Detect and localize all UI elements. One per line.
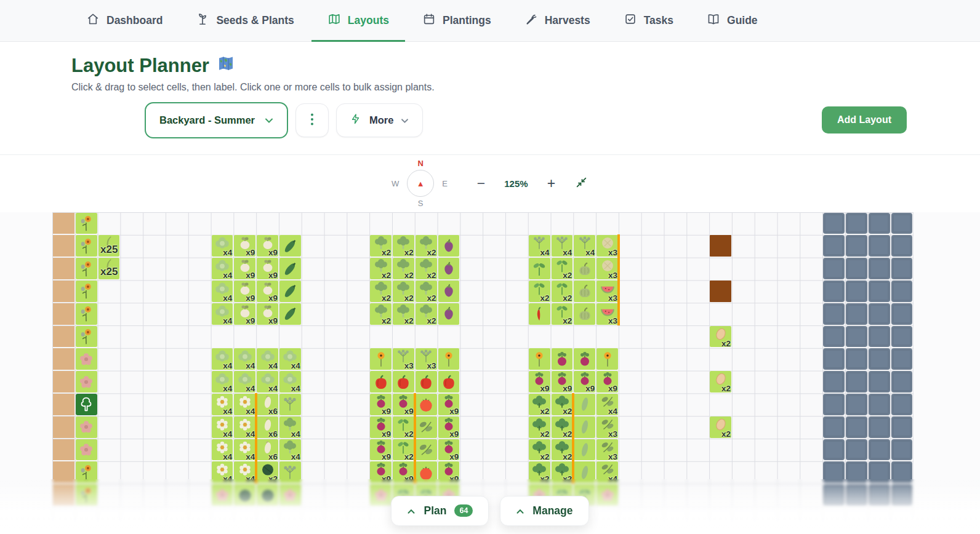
grid-cell[interactable]: [529, 348, 550, 370]
grid-cell[interactable]: x2: [552, 281, 573, 302]
nav-item-harvests[interactable]: Harvests: [524, 0, 590, 41]
path-cell[interactable]: [869, 235, 890, 257]
grid-cell[interactable]: [438, 235, 460, 257]
grid-cell[interactable]: x4: [212, 461, 233, 483]
grid-cell[interactable]: [76, 303, 97, 325]
grid-cell[interactable]: x2: [393, 303, 414, 325]
grid-cell[interactable]: [416, 416, 437, 438]
grid-cell[interactable]: x4: [212, 235, 233, 257]
grid-cell[interactable]: [279, 235, 301, 257]
grid-cell[interactable]: x4: [234, 461, 255, 483]
layout-grid[interactable]: x25x25x4x9x9x4x9x9x4x9x9x4x9x9x2x2x2x2x2…: [52, 212, 914, 534]
path-cell[interactable]: [823, 394, 845, 415]
path-cell[interactable]: [823, 281, 845, 302]
path-cell[interactable]: [869, 439, 890, 461]
grid-cell[interactable]: x2: [370, 303, 392, 325]
path-cell[interactable]: [891, 394, 913, 415]
grid-cell[interactable]: x4: [234, 371, 255, 393]
grid-cell[interactable]: x9: [257, 281, 278, 302]
grid-cell[interactable]: [76, 461, 97, 483]
grid-cell[interactable]: [574, 258, 595, 279]
grid-cell[interactable]: x2: [529, 394, 550, 415]
grid-cell[interactable]: x3: [416, 348, 437, 370]
path-cell[interactable]: [891, 303, 913, 325]
bed-edge-cell[interactable]: [53, 416, 74, 438]
bed-edge-cell[interactable]: [53, 213, 74, 234]
grid-cell[interactable]: x2: [393, 439, 414, 461]
grid-cell[interactable]: [416, 371, 437, 393]
grid-cell[interactable]: x2: [552, 258, 573, 279]
nav-item-tasks[interactable]: Tasks: [624, 0, 673, 41]
grid-cell[interactable]: [279, 461, 301, 483]
grid-cell[interactable]: x4: [212, 439, 233, 461]
grid-cell[interactable]: [574, 348, 595, 370]
bed-edge-cell[interactable]: [53, 348, 74, 370]
path-cell[interactable]: [891, 258, 913, 279]
grid-cell[interactable]: [596, 348, 618, 370]
path-cell[interactable]: [846, 348, 867, 370]
grid-cell[interactable]: x4: [574, 235, 595, 257]
grid-cell[interactable]: x2: [393, 258, 414, 279]
grid-cell[interactable]: x9: [370, 439, 392, 461]
path-cell[interactable]: [846, 235, 867, 257]
grid-cell[interactable]: x9: [438, 439, 460, 461]
grid-cell[interactable]: [76, 326, 97, 348]
path-cell[interactable]: [869, 394, 890, 415]
path-cell[interactable]: [846, 416, 867, 438]
grid-cell[interactable]: x3: [596, 416, 618, 438]
path-cell[interactable]: [823, 371, 845, 393]
bed-edge-cell[interactable]: [53, 439, 74, 461]
grid-cell[interactable]: x25: [98, 258, 120, 279]
grid-cell[interactable]: [393, 371, 414, 393]
grid-cell[interactable]: x6: [257, 416, 278, 438]
grid-cell[interactable]: [574, 281, 595, 302]
grid-cell[interactable]: [279, 394, 301, 415]
grid-cell[interactable]: x4: [279, 439, 301, 461]
grid-cell[interactable]: x4: [257, 348, 278, 370]
grid-cell[interactable]: [438, 371, 460, 393]
nav-item-plantings[interactable]: Plantings: [422, 0, 491, 41]
grid-cell[interactable]: x4: [234, 348, 255, 370]
grid-cell[interactable]: x9: [552, 371, 573, 393]
path-cell[interactable]: [869, 348, 890, 370]
grid-cell[interactable]: x4: [212, 281, 233, 302]
add-layout-button[interactable]: Add Layout: [822, 106, 907, 134]
grid-cell[interactable]: x3: [596, 258, 618, 279]
bed-edge-cell[interactable]: [53, 281, 74, 302]
path-cell[interactable]: [869, 416, 890, 438]
grid-cell[interactable]: [574, 461, 595, 483]
grid-cell[interactable]: x4: [212, 303, 233, 325]
grid-cell[interactable]: x4: [212, 394, 233, 415]
grid-cell[interactable]: [529, 258, 550, 279]
grid-cell[interactable]: x4: [234, 394, 255, 415]
grid-cell[interactable]: x4: [212, 348, 233, 370]
grid-cell[interactable]: x9: [370, 416, 392, 438]
grid-cell[interactable]: x9: [234, 258, 255, 279]
path-cell[interactable]: [891, 439, 913, 461]
bed-edge-cell[interactable]: [53, 303, 74, 325]
grid-cell[interactable]: [574, 416, 595, 438]
grid-cell[interactable]: x2: [370, 258, 392, 279]
grid-cell[interactable]: x2: [416, 303, 437, 325]
path-cell[interactable]: [846, 394, 867, 415]
grid-cell[interactable]: x2: [552, 394, 573, 415]
path-cell[interactable]: [846, 371, 867, 393]
grid-cell[interactable]: x4: [234, 416, 255, 438]
grid-cell[interactable]: x2: [529, 461, 550, 483]
grid-cell[interactable]: x4: [279, 348, 301, 370]
grid-cell[interactable]: x4: [257, 371, 278, 393]
path-cell[interactable]: [891, 371, 913, 393]
nav-item-dashboard[interactable]: Dashboard: [86, 0, 163, 41]
path-cell[interactable]: [846, 439, 867, 461]
grid-cell[interactable]: x6: [257, 439, 278, 461]
path-cell[interactable]: [891, 213, 913, 234]
grid-cell[interactable]: x2: [552, 439, 573, 461]
grid-cell[interactable]: [416, 394, 437, 415]
grid-cell[interactable]: x4: [212, 371, 233, 393]
grid-cell[interactable]: x9: [234, 281, 255, 302]
path-cell[interactable]: [869, 326, 890, 348]
bed-edge-cell[interactable]: [53, 258, 74, 279]
grid-cell[interactable]: x9: [257, 258, 278, 279]
bed-edge-cell[interactable]: [53, 235, 74, 257]
grid-cell[interactable]: x9: [393, 461, 414, 483]
